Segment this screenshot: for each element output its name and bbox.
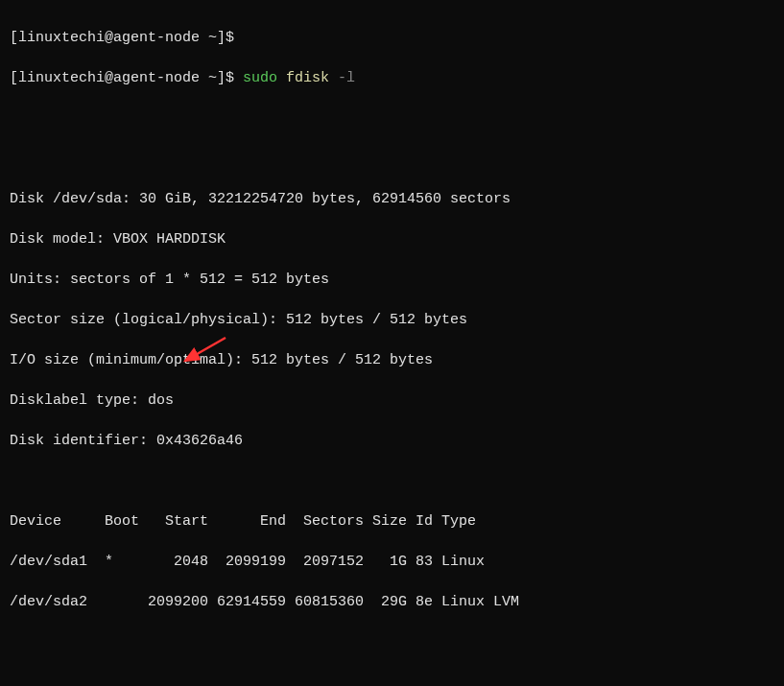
disk-sda-units: Units: sectors of 1 * 512 = 512 bytes bbox=[10, 270, 774, 290]
disk-sda-header: Disk /dev/sda: 30 GiB, 32212254720 bytes… bbox=[10, 189, 774, 209]
blank-line bbox=[10, 471, 774, 491]
partition-table-header: Device Boot Start End Sectors Size Id Ty… bbox=[10, 511, 774, 532]
disk-sda-model: Disk model: VBOX HARDDISK bbox=[10, 229, 774, 249]
blank-line bbox=[10, 673, 774, 686]
command-fdisk: fdisk bbox=[286, 70, 329, 86]
disk-sda-identifier: Disk identifier: 0x43626a46 bbox=[10, 431, 774, 451]
prompt-text: [linuxtechi@agent-node ~]$ bbox=[10, 70, 243, 86]
command-flag: -l bbox=[338, 70, 355, 86]
prompt-line-1: [linuxtechi@agent-node ~]$ bbox=[10, 28, 774, 48]
command-sudo: sudo bbox=[243, 70, 277, 86]
blank-line bbox=[10, 149, 774, 169]
disk-sda-io: I/O size (minimum/optimal): 512 bytes / … bbox=[10, 350, 774, 370]
blank-line bbox=[10, 632, 774, 652]
disk-sda-sector: Sector size (logical/physical): 512 byte… bbox=[10, 310, 774, 330]
prompt-text: [linuxtechi@agent-node ~]$ bbox=[10, 30, 234, 46]
partition-row-sda2: /dev/sda2 2099200 62914559 60815360 29G … bbox=[10, 592, 774, 612]
disk-sda-label: Disklabel type: dos bbox=[10, 390, 774, 411]
terminal-output[interactable]: [linuxtechi@agent-node ~]$ [linuxtechi@a… bbox=[10, 8, 774, 686]
prompt-line-2: [linuxtechi@agent-node ~]$ sudo fdisk -l bbox=[10, 68, 774, 88]
partition-row-sda1: /dev/sda1 * 2048 2099199 2097152 1G 83 L… bbox=[10, 552, 774, 572]
blank-line bbox=[10, 108, 774, 129]
